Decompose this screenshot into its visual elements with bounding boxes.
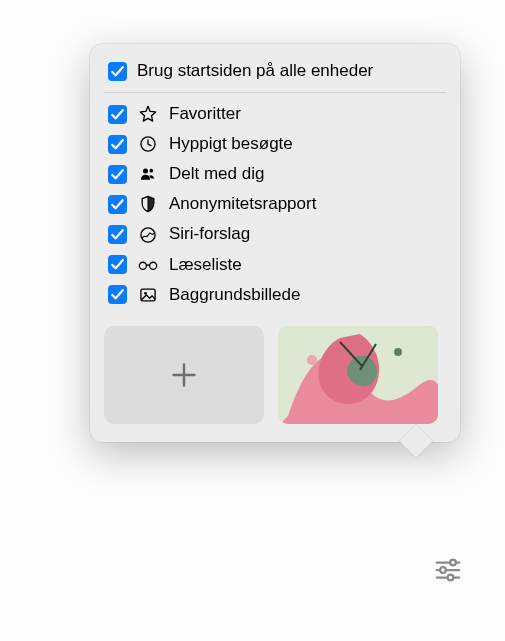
row-readinglist[interactable]: Læseliste	[104, 250, 446, 280]
checkbox-frequent[interactable]	[108, 135, 127, 154]
siri-icon	[137, 224, 159, 246]
row-label-shared: Delt med dig	[169, 163, 442, 185]
checkbox-privacy[interactable]	[108, 195, 127, 214]
checkbox-favorites[interactable]	[108, 105, 127, 124]
svg-point-10	[307, 355, 317, 365]
row-favorites[interactable]: Favoritter	[104, 99, 446, 129]
glasses-icon	[137, 254, 159, 276]
row-shared[interactable]: Delt med dig	[104, 159, 446, 189]
svg-point-2	[150, 169, 154, 173]
row-label-siri: Siri-forslag	[169, 223, 442, 245]
background-thumbnail-1[interactable]	[278, 326, 438, 424]
row-privacy[interactable]: Anonymitetsrapport	[104, 189, 446, 219]
plus-icon	[166, 357, 202, 393]
header-label: Brug startsiden på alle enheder	[137, 60, 442, 82]
row-siri[interactable]: Siri-forslag	[104, 219, 446, 249]
start-page-settings-popover: Brug startsiden på alle enheder Favoritt…	[90, 44, 460, 442]
clock-icon	[137, 133, 159, 155]
svg-point-9	[394, 348, 402, 356]
row-label-privacy: Anonymitetsrapport	[169, 193, 442, 215]
row-label-favorites: Favoritter	[169, 103, 442, 125]
checkbox-shared[interactable]	[108, 165, 127, 184]
row-label-frequent: Hyppigt besøgte	[169, 133, 442, 155]
svg-point-15	[440, 567, 446, 573]
shield-icon	[137, 193, 159, 215]
row-background[interactable]: Baggrundsbillede	[104, 280, 446, 310]
row-label-background: Baggrundsbillede	[169, 284, 442, 306]
svg-point-16	[448, 575, 454, 581]
svg-point-7	[144, 292, 147, 295]
sliders-icon	[433, 555, 463, 585]
row-frequent[interactable]: Hyppigt besøgte	[104, 129, 446, 159]
row-label-readinglist: Læseliste	[169, 254, 442, 276]
popover-arrow	[404, 441, 428, 453]
svg-point-4	[139, 262, 146, 269]
checkbox-use-on-all-devices[interactable]	[108, 62, 127, 81]
svg-point-5	[150, 262, 157, 269]
star-icon	[137, 103, 159, 125]
svg-point-1	[143, 169, 148, 174]
svg-point-14	[450, 560, 456, 566]
checkbox-background[interactable]	[108, 285, 127, 304]
image-icon	[137, 284, 159, 306]
start-page-settings-button[interactable]	[426, 548, 470, 592]
checkbox-siri[interactable]	[108, 225, 127, 244]
add-background-button[interactable]	[104, 326, 264, 424]
header-row[interactable]: Brug startsiden på alle enheder	[104, 58, 446, 93]
background-thumbnails	[104, 326, 446, 424]
checkbox-readinglist[interactable]	[108, 255, 127, 274]
shared-with-you-icon	[137, 163, 159, 185]
